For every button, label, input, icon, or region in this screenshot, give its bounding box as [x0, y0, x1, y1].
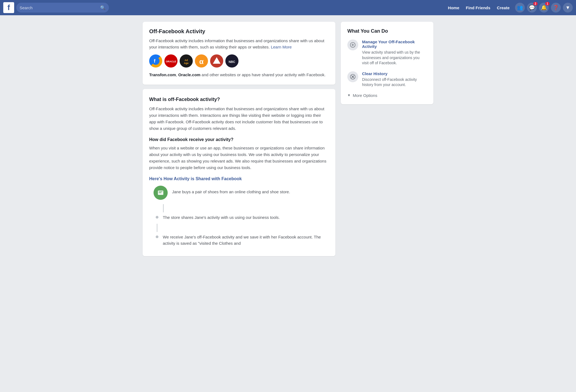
action-manage-content: Manage Your Off-Facebook Activity View a… — [362, 39, 427, 66]
svg-text:f: f — [154, 58, 156, 64]
svg-point-0 — [152, 57, 160, 65]
manage-action-desc: View activity shared with us by the busi… — [362, 50, 427, 66]
what-is-desc1: Off-Facebook activity includes informati… — [149, 106, 329, 132]
more-options-label: More Options — [353, 93, 377, 98]
main-container: Off-Facebook Activity Off-Facebook activ… — [138, 22, 438, 256]
timeline-step1-icon — [154, 186, 168, 200]
partner-logo-6: NBC — [225, 54, 238, 68]
svg-text:NBC: NBC — [229, 60, 235, 63]
menu-icon-btn[interactable]: ▼ — [563, 3, 573, 13]
bell-icon: 🔔 — [541, 5, 547, 11]
people-icon-btn[interactable]: 👥 — [515, 3, 525, 13]
what-you-can-do-card: What You Can Do Manage Your Off-Facebook… — [341, 22, 433, 104]
timeline-step-2: The store shares Jane's activity with us… — [154, 215, 329, 221]
timeline-step-1: Jane buys a pair of shoes from an online… — [154, 186, 329, 200]
chevron-down-icon: ▼ — [347, 93, 351, 97]
learn-more-link[interactable]: Learn More — [271, 45, 292, 49]
activity-text: Transfon.com, Oracle.com and other websi… — [149, 72, 329, 78]
timeline-step2-text: The store shares Jane's activity with us… — [163, 215, 280, 221]
what-is-card: What is off-Facebook activity? Off-Faceb… — [143, 89, 335, 256]
manage-action-icon — [347, 39, 358, 50]
clear-action-desc: Disconnect off-Facebook activity history… — [362, 77, 427, 88]
timeline-step1-text: Jane buys a pair of shoes from an online… — [172, 186, 290, 195]
search-bar[interactable]: 🔍 — [16, 3, 109, 13]
svg-text:ORACLE: ORACLE — [166, 60, 176, 63]
what-is-title: What is off-Facebook activity? — [149, 97, 329, 102]
action-clear: Clear History Disconnect off-Facebook ac… — [347, 71, 427, 88]
partner-logo-5 — [210, 54, 223, 68]
action-manage: Manage Your Off-Facebook Activity View a… — [347, 39, 427, 66]
right-column: What You Can Do Manage Your Off-Facebook… — [341, 22, 433, 104]
svg-text:Age: Age — [184, 62, 188, 65]
partner-logo-3: AdAge — [180, 54, 193, 68]
messenger-icon-btn[interactable]: 💬 2 — [527, 3, 537, 13]
activity-timeline: Jane buys a pair of shoes from an online… — [149, 186, 329, 247]
navbar: f 🔍 Home Find Friends Create 👥 💬 2 🔔 1 ❓… — [0, 0, 576, 15]
activity-suffix: and other websites or apps have shared y… — [202, 72, 326, 77]
notifications-icon-btn[interactable]: 🔔 1 — [539, 3, 549, 13]
manage-action-title[interactable]: Manage Your Off-Facebook Activity — [362, 39, 427, 49]
partner-logo-2: ORACLE — [164, 54, 177, 68]
nav-icons: 👥 💬 2 🔔 1 ❓ ▼ — [515, 3, 573, 13]
partner-logo-1: f — [149, 54, 162, 68]
svg-text:α: α — [199, 57, 204, 66]
facebook-logo[interactable]: f — [3, 2, 14, 13]
how-received-title: How did Facebook receive your activity? — [149, 137, 329, 142]
question-icon: ❓ — [553, 5, 559, 11]
brand-1: Transfon.com — [149, 72, 176, 77]
search-input[interactable] — [20, 5, 99, 10]
timeline-step-3: We receive Jane's off-Facebook activity … — [154, 234, 329, 246]
timeline-dot-2 — [156, 216, 158, 219]
partner-logo-4: α — [195, 54, 208, 68]
off-facebook-desc: Off-Facebook activity includes informati… — [149, 38, 329, 50]
messenger-icon: 💬 — [529, 5, 535, 11]
nav-links: Home Find Friends Create — [448, 5, 510, 10]
partner-logos: f ORACLE AdAge α NBC — [149, 54, 329, 68]
left-column: Off-Facebook Activity Off-Facebook activ… — [143, 22, 335, 256]
nav-find-friends[interactable]: Find Friends — [466, 5, 490, 10]
how-activity-title: Here's How Activity is Shared with Faceb… — [149, 176, 329, 181]
how-received-desc: When you visit a website or use an app, … — [149, 145, 329, 171]
timeline-step3-text: We receive Jane's off-Facebook activity … — [163, 234, 329, 246]
off-facebook-activity-card: Off-Facebook Activity Off-Facebook activ… — [143, 22, 335, 85]
off-facebook-title: Off-Facebook Activity — [149, 28, 329, 35]
action-clear-content: Clear History Disconnect off-Facebook ac… — [362, 71, 427, 88]
messenger-badge: 2 — [533, 2, 538, 5]
clear-action-icon — [347, 71, 358, 82]
nav-home[interactable]: Home — [448, 5, 459, 10]
chevron-down-icon: ▼ — [565, 5, 570, 11]
more-options-btn[interactable]: ▼ More Options — [347, 93, 427, 98]
notification-badge: 1 — [545, 2, 550, 5]
clear-action-title[interactable]: Clear History — [362, 71, 427, 76]
nav-create[interactable]: Create — [497, 5, 510, 10]
help-icon-btn[interactable]: ❓ — [551, 3, 561, 13]
what-you-can-do-title: What You Can Do — [347, 28, 427, 34]
brand-2: Oracle.com — [178, 72, 201, 77]
svg-text:Ad: Ad — [185, 59, 188, 62]
people-icon: 👥 — [517, 5, 523, 11]
search-icon: 🔍 — [100, 5, 106, 10]
timeline-dot-3 — [156, 235, 158, 238]
